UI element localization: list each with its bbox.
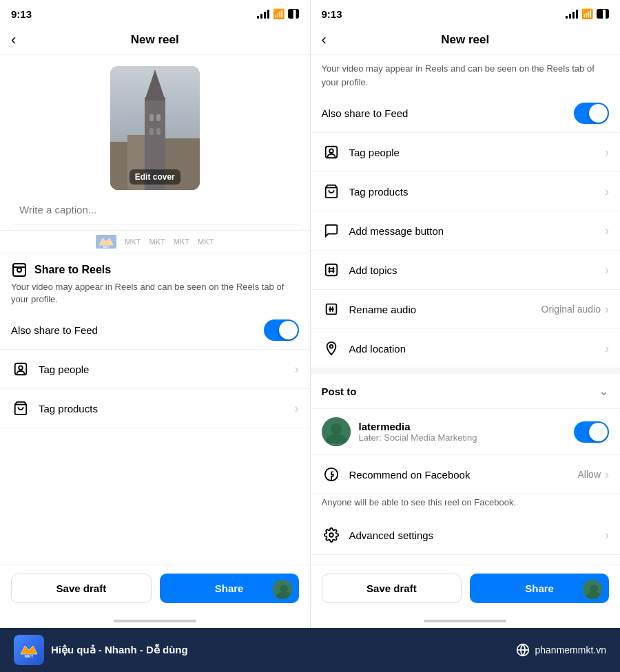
right-tag-people-row[interactable]: Tag people › [311,133,621,172]
left-tag-people-chevron: › [295,362,299,377]
recommend-facebook-row[interactable]: Recommend on Facebook Allow › [311,455,621,494]
watermark-item-1: MKT [96,235,116,249]
left-tag-person-icon [11,359,30,379]
account-subtitle: Later: Social Media Marketing [359,432,575,443]
right-add-topics-label: Add topics [349,264,606,276]
right-add-location-row[interactable]: Add location › [311,329,621,368]
right-bottom-buttons: Save draft Share [311,565,621,614]
recommend-facebook-note: Anyone will be able to see this reel on … [311,494,621,516]
account-avatar [322,417,351,446]
right-add-message-chevron: › [605,224,609,238]
right-also-share-feed-label: Also share to Feed [322,107,575,119]
right-back-button[interactable]: ‹ [322,31,327,49]
advanced-settings-row[interactable]: Advanced settings › [311,516,621,555]
right-tag-people-label: Tag people [349,147,606,158]
reels-icon [11,262,28,278]
right-tag-products-label: Tag products [349,186,606,198]
left-tag-products-chevron: › [295,401,299,416]
post-to-chevron: ⌄ [599,384,609,399]
right-share-avatar [581,578,603,600]
left-share-button[interactable]: Share [160,574,299,603]
right-time: 9:13 [322,8,342,20]
recommend-facebook-label: Recommend on Facebook [349,469,578,481]
left-nav-header: ‹ New reel [0,25,310,55]
video-thumbnail-container: Edit cover [0,55,310,196]
left-also-share-feed-label: Also share to Feed [11,324,264,336]
left-back-button[interactable]: ‹ [11,31,16,49]
right-share-button[interactable]: Share [470,574,609,603]
share-to-reels-header: Share to Reels [0,253,310,281]
left-status-icons: 📶 ▐ [257,8,299,19]
right-status-bar: 9:13 📶 ▐ [311,0,621,25]
footer-mkt-logo: MKT [17,641,41,659]
footer-logo: MKT [14,635,44,665]
video-thumbnail[interactable]: Edit cover [110,66,200,190]
svg-point-15 [17,268,21,272]
signal-bar-1 [257,16,259,19]
left-home-indicator [0,614,310,628]
wifi-icon: 📶 [273,8,285,19]
right-home-bar [424,620,506,622]
svg-text:MKT: MKT [25,654,34,658]
post-to-header[interactable]: Post to ⌄ [311,368,621,409]
right-also-share-feed-row[interactable]: Also share to Feed [311,94,621,133]
account-row[interactable]: latermedia Later: Social Media Marketing [311,409,621,455]
right-add-topics-row[interactable]: Add topics › [311,251,621,290]
recommend-facebook-value: Allow [578,469,601,480]
account-info: latermedia Later: Social Media Marketing [359,421,575,443]
r-signal-bar-1 [566,16,568,19]
left-also-share-feed-row[interactable]: Also share to Feed [0,311,310,350]
footer-website[interactable]: phanmemmkt.vn [535,644,606,655]
right-signal-icon [566,9,578,19]
left-save-draft-button[interactable]: Save draft [11,574,152,603]
svg-point-35 [329,533,333,537]
signal-bar-4 [267,10,269,19]
right-add-message-row[interactable]: Add message button › [311,211,621,251]
recommend-facebook-chevron: › [605,468,609,482]
right-location-icon [322,339,341,358]
svg-point-18 [19,366,23,370]
left-time: 9:13 [11,8,32,20]
share-to-reels-title: Share to Reels [34,264,111,276]
caption-input[interactable] [11,196,299,224]
right-rename-audio-row[interactable]: Rename audio Original audio › [311,290,621,329]
right-page-title: New reel [441,33,489,47]
right-save-draft-button[interactable]: Save draft [322,574,462,603]
right-rename-audio-value: Original audio [541,304,601,315]
r-signal-bar-3 [572,12,575,19]
advanced-settings-label: Advanced settings [349,529,606,541]
facebook-icon [322,465,341,484]
svg-rect-14 [13,264,25,276]
account-post-toggle[interactable] [574,421,609,443]
watermark-bar: MKT MKT MKT MKT MKT [0,230,310,253]
watermark-text-3: MKT [174,238,189,246]
footer-right: phanmemmkt.vn [516,643,606,657]
left-tag-people-row[interactable]: Tag people › [0,350,310,389]
signal-bar-3 [264,12,266,19]
right-tag-products-row[interactable]: Tag products › [311,172,621,211]
svg-point-23 [329,149,333,153]
left-tag-products-row[interactable]: Tag products › [0,389,310,428]
post-to-label: Post to [322,386,357,397]
footer-tagline: Hiệu quả - Nhanh - Dễ dùng [51,644,188,656]
left-page-title: New reel [131,33,179,47]
right-status-icons: 📶 ▐ [566,8,609,19]
settings-icon [322,525,341,545]
right-audio-icon [322,300,341,319]
right-rename-audio-label: Rename audio [349,304,541,315]
r-signal-bar-2 [569,14,571,19]
right-phone-panel: 9:13 📶 ▐ ‹ New reel Your video may appea… [311,0,621,628]
left-also-share-feed-toggle[interactable] [264,319,299,341]
edit-cover-label[interactable]: Edit cover [130,169,180,185]
svg-point-31 [329,345,333,348]
right-tag-people-chevron: › [605,145,609,160]
right-also-share-feed-toggle[interactable] [574,103,609,124]
right-add-message-label: Add message button [349,225,606,237]
right-nav-header: ‹ New reel [311,25,621,55]
globe-icon [516,643,530,657]
right-home-indicator [311,614,621,628]
advanced-settings-chevron: › [605,528,609,543]
left-tag-products-label: Tag products [39,403,295,414]
svg-text:MKT: MKT [103,245,110,249]
left-phone-panel: 9:13 📶 ▐ ‹ New reel [0,0,311,628]
